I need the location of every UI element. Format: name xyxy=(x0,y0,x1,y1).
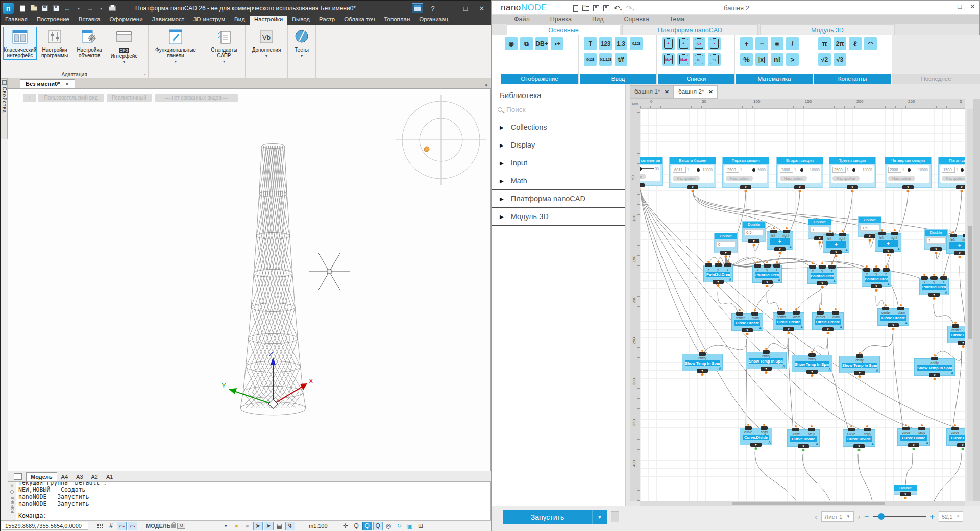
node-double[interactable]: Double0▼ xyxy=(714,233,738,253)
node-+[interactable]: leftright+A▼ xyxy=(946,235,965,254)
input-connector[interactable] xyxy=(828,265,836,269)
value-input[interactable]: 0 xyxy=(716,241,736,247)
zoom-out-icon[interactable]: − xyxy=(864,512,869,521)
open-file-icon[interactable] xyxy=(29,4,38,13)
menu-item-Тема[interactable]: Тема xyxy=(670,16,684,23)
library-item-Collections[interactable]: ▶Collections xyxy=(492,118,625,136)
program-settings-button[interactable]: Настройки программы xyxy=(38,27,71,60)
slider-track[interactable] xyxy=(905,170,917,170)
menu-item-Вывод[interactable]: Вывод xyxy=(287,16,314,25)
input-connector[interactable] xyxy=(863,268,870,272)
settings-button[interactable]: Настройки xyxy=(942,176,965,181)
input-connector[interactable] xyxy=(873,268,880,272)
input-connector[interactable] xyxy=(848,428,855,431)
input-connector[interactable] xyxy=(763,350,770,354)
close-icon[interactable]: ✕ xyxy=(665,89,669,95)
menu-item-Растр[interactable]: Растр xyxy=(314,16,339,25)
undo-icon[interactable]: ↶▾ xyxy=(614,4,622,13)
close-icon[interactable]: ✕ xyxy=(65,81,69,87)
slider-thumb[interactable] xyxy=(640,167,642,171)
output-connector[interactable]: ▼ xyxy=(761,367,772,371)
node-Количество сегментов[interactable]: Количество сегментов50Настройки▼ xyxy=(640,157,663,186)
menu-item-Топоплан[interactable]: Топоплан xyxy=(379,16,414,25)
slider-thumb[interactable] xyxy=(961,168,964,172)
output-connector[interactable]: ▼ xyxy=(958,341,965,345)
list-index-icon[interactable]: idx xyxy=(693,37,705,50)
output-connector[interactable]: ▼ xyxy=(864,234,875,238)
output-connector[interactable]: ▼ xyxy=(930,247,942,251)
orbit-icon[interactable]: ◎ xyxy=(384,522,394,530)
selection-cursor-icon[interactable]: ➤ xyxy=(253,522,263,530)
undo-icon[interactable]: ← xyxy=(63,4,72,13)
library-item-Платформа nanoCAD[interactable]: ▶Платформа nanoCAD xyxy=(492,190,625,208)
maximize-button[interactable]: □ xyxy=(958,3,962,10)
link-objects-icon[interactable]: ⧉ xyxy=(520,37,533,50)
open-file-icon[interactable] xyxy=(582,6,589,11)
layout-tab-А1[interactable]: А1 xyxy=(102,473,117,481)
zoom-level-combo[interactable]: 52,1▼ xyxy=(939,511,963,522)
menu-item-Справка[interactable]: Справка xyxy=(624,16,649,23)
node-Circle.Create[interactable]: centerdiamCircle.CreateA▼ xyxy=(947,326,965,343)
node-+[interactable]: leftright+A▼ xyxy=(823,234,849,253)
add-icon[interactable]: + xyxy=(740,37,753,50)
value-input[interactable]: 3500 xyxy=(726,167,739,173)
bulb-off-icon[interactable]: ● xyxy=(242,522,252,530)
input-connector[interactable] xyxy=(951,427,959,430)
output-connector[interactable]: ▼ xyxy=(883,249,894,253)
lock-icon[interactable] xyxy=(172,524,176,528)
new-file-icon[interactable] xyxy=(573,5,578,12)
boolean-input-icon[interactable]: t/f xyxy=(615,53,627,66)
input-connector[interactable] xyxy=(882,307,889,310)
save-icon[interactable] xyxy=(593,5,599,11)
node-Вторая секция[interactable]: Вторая секция3000110000Настройки▼ xyxy=(776,157,823,188)
value-input[interactable]: 2500 xyxy=(832,167,846,173)
redo-dropdown-icon[interactable]: ▾ xyxy=(96,4,106,13)
input-connector[interactable] xyxy=(902,427,910,430)
list-create-icon[interactable]: + xyxy=(662,37,675,50)
slider-thumb[interactable] xyxy=(697,168,700,172)
node-graph-canvas[interactable]: Количество сегментов50Настройки▼Высота б… xyxy=(640,109,965,501)
library-item-Модуль 3D[interactable]: ▶Модуль 3D xyxy=(492,208,625,226)
input-connector[interactable] xyxy=(745,426,752,430)
addons-button[interactable]: Vb Дополнения ▾ xyxy=(248,27,285,60)
cursor-menu-icon[interactable]: ➤ xyxy=(264,522,274,530)
zoom-in-icon[interactable]: + xyxy=(930,512,935,521)
output-connector[interactable]: ▼ xyxy=(748,239,760,243)
interface-button[interactable]: CFG Интерфейс ▾ xyxy=(107,27,141,66)
slider-thumb[interactable] xyxy=(752,168,755,172)
input-connector[interactable] xyxy=(921,276,928,280)
input-connector[interactable] xyxy=(808,353,816,357)
input-connector[interactable] xyxy=(819,265,826,269)
slider-input-icon[interactable]: 0,123 xyxy=(584,53,597,66)
node-Show Temp In Space[interactable]: entityShow Temp In SpaceA▼ xyxy=(839,356,880,373)
input-connector[interactable] xyxy=(770,230,777,233)
input-connector[interactable] xyxy=(754,264,761,268)
viewport-view-button[interactable]: Пользовательский вид xyxy=(38,94,104,102)
output-connector[interactable]: ▼ xyxy=(902,185,914,189)
settings-button[interactable]: Настройки xyxy=(640,174,646,179)
value-input[interactable]: 2000 xyxy=(888,167,901,173)
node-double[interactable]: Double▼ xyxy=(894,485,917,495)
output-connector[interactable]: ▼ xyxy=(847,185,858,189)
output-connector[interactable]: ▼ xyxy=(929,373,940,377)
ribbon-tab-Основные[interactable]: Основные xyxy=(507,24,620,35)
menu-item-Настройки[interactable]: Настройки xyxy=(250,16,287,25)
zoom-window-icon[interactable]: Q xyxy=(362,522,372,530)
node-Высота башни[interactable]: Высота башни6011110000Настройки▼ xyxy=(669,157,716,188)
output-connector[interactable]: ▼ xyxy=(798,444,809,448)
pin-icon[interactable] xyxy=(10,490,14,494)
classic-interface-button[interactable]: Классический интерфейс xyxy=(3,27,37,60)
output-connector[interactable]: ▼ xyxy=(740,185,751,189)
menu-item-Вид[interactable]: Вид xyxy=(592,16,604,23)
input-connector[interactable] xyxy=(878,232,886,235)
input-connector[interactable] xyxy=(764,264,771,268)
output-connector[interactable]: ▼ xyxy=(900,492,911,496)
functional-panels-button[interactable]: Функциональные панели ▾ xyxy=(151,27,200,66)
output-connector[interactable]: ▼ xyxy=(928,293,940,297)
list-set-index-icon[interactable]: idx± xyxy=(677,53,690,66)
help-button[interactable]: ? xyxy=(426,5,439,12)
input-connector[interactable] xyxy=(808,428,815,431)
snap-icon[interactable]: # xyxy=(106,522,116,530)
slider-thumb[interactable] xyxy=(908,168,911,172)
node-Первая секция[interactable]: Первая секция350015000Настройки▼ xyxy=(722,157,769,188)
